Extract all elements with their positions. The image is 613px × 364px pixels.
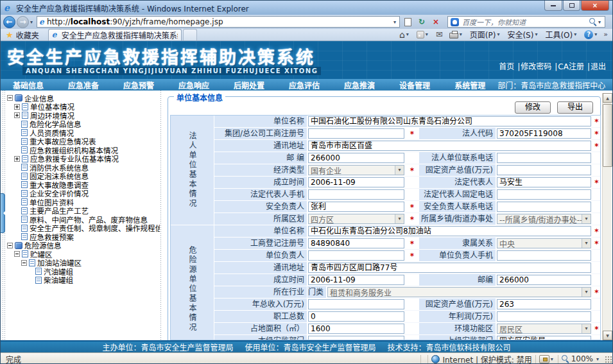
tree-item[interactable]: 汽油罐组	[7, 267, 160, 276]
tree-item[interactable]: 危险化学品信息	[7, 120, 160, 129]
input-field[interactable]	[308, 250, 404, 261]
compatibility-view-button[interactable]	[401, 16, 414, 28]
panel-collapse-handle[interactable]	[1, 193, 5, 233]
tree-item[interactable]: 应急救援预案	[7, 232, 160, 241]
url-dropdown-icon[interactable]: ▾	[392, 19, 397, 25]
tree-item[interactable]: 企业信息	[7, 94, 160, 103]
forward-button[interactable]: →	[17, 16, 29, 28]
input-field[interactable]	[497, 311, 591, 322]
overflow-chevron-icon[interactable]: »	[601, 30, 610, 39]
scrollbar-thumb[interactable]	[603, 104, 612, 167]
export-button[interactable]: 导出	[557, 101, 593, 114]
input-field[interactable]	[497, 153, 591, 163]
input-field[interactable]: 0	[308, 311, 404, 322]
select-field[interactable]: 中央▾	[497, 238, 591, 248]
feeds-button[interactable]: ▾	[413, 29, 433, 40]
close-button[interactable]: ×	[581, 1, 609, 11]
input-field[interactable]: 370205F119008	[497, 128, 591, 139]
tree-item[interactable]: 单位图片资料	[7, 198, 160, 207]
print-button[interactable]: ▾	[446, 29, 467, 40]
tree-item[interactable]: 周边环境情况	[7, 111, 160, 120]
tree-item[interactable]: 重大事故应急情况表	[7, 137, 160, 146]
tab-active[interactable]: e 安全生产应急救援指挥辅助决策系统	[48, 29, 182, 40]
input-field[interactable]	[497, 250, 591, 261]
tree-item[interactable]: 固定泡沫系统信息	[7, 172, 160, 181]
nav-tab[interactable]: 应急准备	[56, 80, 111, 91]
banner-link[interactable]: 修改密码	[521, 62, 551, 71]
nav-tab[interactable]: 后期处置	[221, 80, 277, 91]
input-field[interactable]	[497, 165, 591, 175]
maximize-button[interactable]	[563, 1, 580, 11]
tree-item[interactable]: 人员资质情况	[7, 128, 160, 137]
new-tab-button[interactable]	[183, 29, 197, 40]
select-field[interactable]: 四方区▾	[308, 214, 404, 224]
scroll-up-icon[interactable]: ▲	[603, 93, 612, 103]
modify-button[interactable]: 修改	[515, 101, 551, 114]
nav-tab[interactable]: 基础信息	[1, 80, 56, 91]
collapse-toggle-icon[interactable]	[14, 251, 20, 257]
home-button[interactable]: ⌂▾	[396, 29, 413, 40]
back-button[interactable]: ←	[3, 16, 15, 28]
input-field[interactable]	[497, 189, 591, 200]
expand-toggle-icon[interactable]	[14, 112, 20, 118]
input-field[interactable]: 2006-11-09	[308, 177, 404, 187]
protected-mode-button[interactable]: ▾	[539, 355, 555, 363]
expand-toggle-icon[interactable]	[14, 156, 20, 162]
expand-toggle-icon[interactable]	[14, 104, 20, 110]
tree-item[interactable]: 企业安全评价情况	[7, 189, 160, 198]
search-icon[interactable]	[589, 18, 597, 26]
search-dropdown-icon[interactable]: ▾	[597, 19, 602, 25]
input-field[interactable]: 青岛市市南区百盛	[308, 141, 591, 151]
input-field[interactable]	[308, 336, 404, 340]
resize-grip[interactable]	[604, 355, 612, 363]
help-button[interactable]: ?▾	[581, 29, 601, 40]
input-field[interactable]: 266000	[497, 275, 591, 285]
zoom-control[interactable]: 100% ▾	[562, 354, 600, 363]
search-box[interactable]: 百度一下，你就知道 ▾	[447, 16, 605, 28]
tree-item[interactable]: 原料、中间产物、产品、废弃物信息	[7, 215, 160, 224]
tree-item[interactable]: 消防供水系统信息	[7, 163, 160, 172]
splitter-dots-right[interactable]	[160, 91, 161, 340]
scroll-down-icon[interactable]: ▼	[603, 331, 612, 340]
tree-item[interactable]: 危险源信息	[7, 241, 160, 250]
tree-item[interactable]: 柴油罐组	[7, 276, 160, 285]
input-field[interactable]: 中石化山东青岛石油分公司8加油站	[308, 226, 591, 236]
url-field[interactable]: e http://localhost:90/yjzh/frame/homepag…	[37, 16, 400, 28]
tree-item[interactable]: 加油站油罐区	[7, 259, 160, 268]
collapse-toggle-icon[interactable]	[21, 260, 27, 266]
input-field[interactable]: 张利	[308, 202, 404, 212]
collapse-toggle-icon[interactable]	[7, 243, 13, 248]
safety-menu-button[interactable]: 安全(S)▾	[504, 29, 542, 40]
nav-tab[interactable]: 应急响应	[166, 80, 221, 91]
input-field[interactable]: 1600	[308, 324, 404, 334]
tree-item[interactable]: 贮罐区	[7, 250, 160, 259]
nav-tab[interactable]: 应急评估	[277, 80, 332, 91]
input-field[interactable]: 2006-11-09	[308, 275, 404, 285]
banner-link[interactable]: 首页	[499, 62, 514, 71]
input-field[interactable]	[497, 202, 591, 212]
favorites-button[interactable]: ★ 收藏夹	[1, 30, 44, 40]
input-field[interactable]: 266000	[308, 153, 404, 163]
page-menu-button[interactable]: 页面(P)▾	[467, 29, 505, 40]
input-field[interactable]	[308, 299, 404, 309]
tree-item[interactable]: 安全生产责任制、规章制度、操作规程信息	[7, 224, 160, 233]
select-field[interactable]: --所属乡镇/街道办事处--▾	[497, 214, 591, 224]
tree-item[interactable]: 主要产品生产工艺	[7, 207, 160, 216]
input-field[interactable]: 263	[497, 299, 591, 309]
input-field[interactable]	[308, 128, 404, 139]
select-field[interactable]: 租赁和商务服务业▾	[327, 287, 591, 297]
minimize-button[interactable]	[544, 1, 562, 11]
input-field[interactable]: 84890840	[308, 238, 404, 248]
nav-tab[interactable]: 系统管理	[442, 80, 497, 91]
select-field[interactable]: 国有企业▾	[308, 165, 404, 175]
banner-link[interactable]: CA注册	[558, 62, 584, 71]
nav-tab[interactable]: 应急推演	[332, 80, 387, 91]
input-field[interactable]: 四方区安监局	[497, 336, 591, 340]
history-dropdown-icon[interactable]: ▾	[29, 19, 34, 25]
read-mail-button[interactable]: ✉	[433, 29, 446, 40]
refresh-button[interactable]: ↻	[415, 16, 428, 28]
input-field[interactable]	[308, 189, 404, 200]
select-field[interactable]: 居民区▾	[497, 324, 591, 334]
stop-button[interactable]: ×	[429, 16, 442, 28]
tree-item[interactable]: 应急救援组织机构基本情况	[7, 146, 160, 155]
